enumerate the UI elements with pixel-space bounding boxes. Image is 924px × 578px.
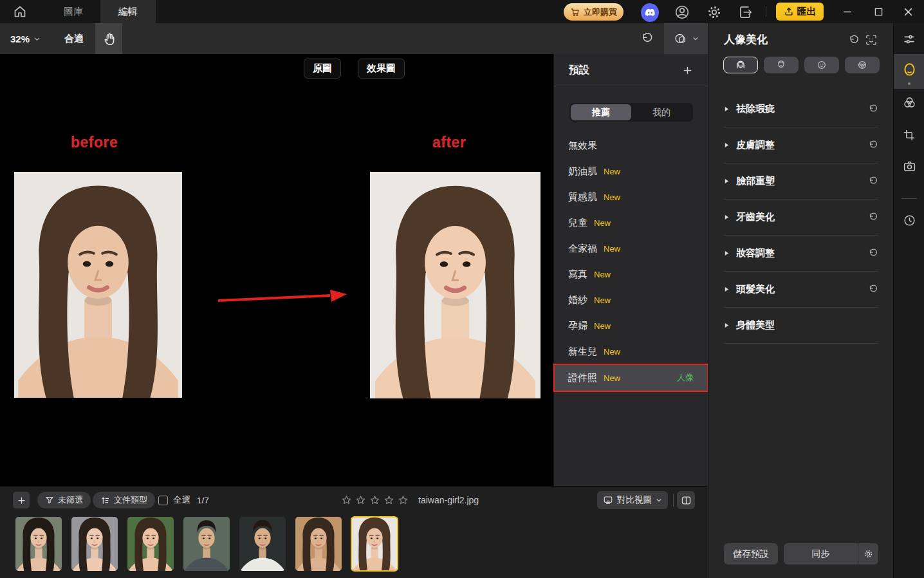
section-blemish-removal[interactable]: 祛除瑕疵: [724, 91, 878, 127]
section-makeup[interactable]: 妝容調整: [724, 236, 878, 272]
section-reset-button[interactable]: [867, 212, 878, 223]
section-reset-button[interactable]: [867, 176, 878, 187]
new-badge: New: [594, 218, 611, 228]
preset-item[interactable]: 婚紗New: [554, 287, 708, 313]
close-button[interactable]: [898, 3, 918, 21]
preset-item[interactable]: 奶油肌New: [554, 158, 708, 184]
export-to-button[interactable]: [736, 3, 754, 21]
expand-triangle-icon: [724, 286, 730, 292]
section-teeth[interactable]: 牙齒美化: [724, 200, 878, 236]
maximize-button[interactable]: [869, 3, 888, 21]
face-icon: [901, 62, 918, 78]
original-view-button[interactable]: 原圖: [304, 59, 341, 79]
compare-toggle-button[interactable]: [664, 23, 708, 54]
settings-button[interactable]: [705, 3, 723, 21]
section-body[interactable]: 身體美型: [724, 308, 878, 344]
preset-item-selected[interactable]: 證件照 New 人像: [554, 364, 708, 391]
panel-reset-button[interactable]: [846, 33, 860, 47]
sync-button[interactable]: 同步: [784, 548, 858, 560]
expand-triangle-icon: [724, 178, 730, 184]
sync-button-group: 同步: [784, 543, 878, 564]
export-button[interactable]: 匯出: [776, 3, 824, 21]
minimize-button[interactable]: [838, 3, 857, 21]
compare-view-dropdown[interactable]: 對比視圖: [597, 491, 668, 509]
face-tab-child[interactable]: [804, 57, 839, 73]
before-label: before: [71, 134, 118, 151]
camera-tool-button[interactable]: [894, 160, 924, 173]
adjustments-tool-button[interactable]: [894, 32, 924, 46]
thumbnail-1[interactable]: [15, 517, 62, 571]
add-preset-button[interactable]: [679, 62, 695, 78]
preset-item[interactable]: 兒童New: [554, 210, 708, 236]
zoom-level-dropdown[interactable]: 32%: [10, 23, 41, 54]
after-label: after: [432, 134, 466, 151]
save-preset-button[interactable]: 儲存預設: [724, 543, 778, 564]
preset-item[interactable]: 質感肌New: [554, 184, 708, 210]
home-button[interactable]: [10, 3, 30, 21]
section-face-reshape[interactable]: 臉部重塑: [724, 163, 878, 200]
filter-button[interactable]: 未篩選: [37, 492, 91, 508]
split-view-button[interactable]: [677, 491, 695, 509]
select-all-checkbox[interactable]: [158, 496, 168, 505]
preset-item[interactable]: 全家福New: [554, 236, 708, 261]
tab-edit[interactable]: 編輯: [100, 0, 156, 23]
new-badge: New: [594, 321, 611, 331]
fit-view-button[interactable]: 合適: [64, 23, 84, 54]
star-icon[interactable]: [369, 494, 381, 507]
sort-button[interactable]: 文件類型: [93, 492, 155, 508]
face-tab-female[interactable]: [723, 57, 758, 73]
star-rating[interactable]: [340, 492, 409, 508]
tab-gallery[interactable]: 圖庫: [46, 0, 100, 23]
thumbnail-7-selected[interactable]: [351, 517, 398, 571]
preset-item-none[interactable]: 無效果: [554, 133, 708, 158]
gear-icon: [863, 548, 874, 559]
upload-icon: [784, 6, 794, 17]
account-button[interactable]: [673, 3, 691, 21]
tab-mine[interactable]: 我的: [631, 104, 692, 120]
preset-item[interactable]: 孕婦New: [554, 313, 708, 339]
beautify-sections: 祛除瑕疵 皮膚調整 臉部重塑 牙齒美化 妝容調整: [724, 91, 878, 344]
sidebar-divider: [901, 198, 917, 199]
star-icon[interactable]: [383, 494, 395, 507]
thumbnail-4[interactable]: [183, 517, 230, 571]
star-icon[interactable]: [340, 494, 353, 507]
reset-icon: [867, 104, 878, 115]
monitor-icon: [603, 495, 613, 505]
history-tool-button[interactable]: [894, 214, 924, 227]
app-window: 圖庫 編輯 立即購買 匯出: [0, 0, 924, 578]
thumbnail-5[interactable]: [239, 517, 286, 571]
preset-panel-title: 預設: [569, 64, 589, 77]
star-icon[interactable]: [397, 494, 409, 507]
undo-button[interactable]: [636, 23, 658, 54]
add-image-button[interactable]: [13, 492, 30, 508]
section-reset-button[interactable]: [867, 140, 878, 151]
sync-settings-button[interactable]: [858, 548, 878, 559]
thumbnail-3[interactable]: [127, 517, 174, 571]
portrait-tool-button[interactable]: [894, 62, 924, 78]
buy-now-button[interactable]: 立即購買: [564, 3, 624, 21]
face-detect-button[interactable]: [864, 33, 878, 47]
star-icon[interactable]: [355, 494, 367, 507]
thumbnail-2[interactable]: [71, 517, 118, 571]
image-canvas[interactable]: 原圖 效果圖 before after: [0, 54, 553, 486]
hand-tool-button[interactable]: [95, 23, 122, 54]
tab-recommended[interactable]: 推薦: [571, 104, 631, 120]
section-reset-button[interactable]: [867, 104, 878, 115]
face-tab-male[interactable]: [764, 57, 799, 73]
effect-view-button[interactable]: 效果圖: [358, 59, 405, 79]
section-reset-button[interactable]: [867, 248, 878, 259]
section-reset-button[interactable]: [867, 284, 878, 295]
preset-item[interactable]: 寫真New: [554, 261, 708, 287]
select-all-control[interactable]: 全選: [158, 492, 190, 508]
reset-icon: [867, 176, 878, 187]
color-tool-button[interactable]: [894, 95, 924, 110]
crop-icon: [903, 129, 916, 142]
crop-tool-button[interactable]: [894, 129, 924, 142]
discord-button[interactable]: [641, 3, 659, 21]
face-tab-glasses[interactable]: [845, 57, 880, 73]
preset-item[interactable]: 新生兒New: [554, 339, 708, 364]
thumbnail-6[interactable]: [295, 517, 342, 571]
filmstrip-divider: [673, 494, 674, 507]
section-hair[interactable]: 頭髮美化: [724, 272, 878, 308]
section-skin-adjust[interactable]: 皮膚調整: [724, 127, 878, 163]
